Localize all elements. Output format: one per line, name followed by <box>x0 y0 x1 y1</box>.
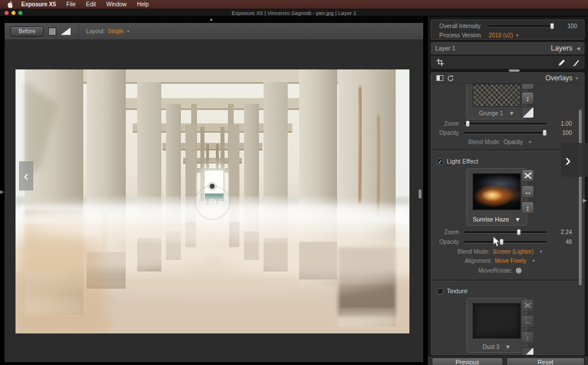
split-compare-icon[interactable] <box>436 75 443 81</box>
panel-section-grip[interactable] <box>509 69 520 72</box>
menu-item-window[interactable]: Window <box>106 1 127 7</box>
light-effect-flip-horizontal-button[interactable]: ↔ <box>521 185 534 198</box>
light-effect-zoom-slider[interactable] <box>464 231 547 233</box>
texture-flip-horizontal-button[interactable]: ↔ <box>521 315 534 328</box>
panel-divider-grip[interactable] <box>419 189 421 199</box>
reset-button[interactable]: Reset <box>506 358 585 365</box>
layers-header[interactable]: Layer 1 Layers ◀ <box>431 42 585 55</box>
apple-menu[interactable] <box>0 1 21 8</box>
grunge-blend-label: Blend Mode: <box>469 139 501 145</box>
menu-item-help[interactable]: Help <box>137 1 149 7</box>
move-rotate-icon[interactable]: ⊗ <box>515 267 522 274</box>
light-effect-title: Light Effect <box>447 158 478 165</box>
title-bar: Exposure X5 | Vincenzo Sagnotti - pier.j… <box>0 9 588 17</box>
layout-label: Layout: <box>86 28 105 34</box>
light-effect-zoom-knob[interactable] <box>517 229 521 235</box>
shuffle-icon <box>524 302 532 309</box>
viewer-canvas <box>5 40 423 362</box>
light-effect-alignment-label: Alignment: <box>465 258 492 264</box>
previous-button[interactable]: Previous <box>432 358 503 365</box>
before-button[interactable]: Before <box>10 26 44 37</box>
flip-horizontal-icon: ↔ <box>524 317 532 326</box>
collapse-up-icon[interactable]: ▲ <box>209 17 214 22</box>
light-effect-opacity-label: Opacity <box>431 239 459 245</box>
flip-horizontal-icon: ↔ <box>524 188 532 196</box>
texture-preset-picker[interactable]: Dust 3 ▼ <box>466 298 527 353</box>
light-effect-shuffle-button[interactable] <box>521 169 534 182</box>
flip-vertical-icon: ↕ <box>526 333 530 342</box>
previous-photo-button[interactable]: ‹ <box>19 161 33 191</box>
texture-flip-vertical-button[interactable]: ↕ <box>521 331 534 344</box>
light-effect-flip-vertical-button[interactable]: ↕ <box>521 201 534 214</box>
reset-section-icon[interactable] <box>447 75 454 82</box>
texture-thumbnail[interactable] <box>473 303 521 339</box>
light-effect-thumbnail[interactable] <box>473 173 521 210</box>
layout-dropdown[interactable]: Single <box>108 28 124 34</box>
light-effect-preset-picker[interactable]: Sunrise Haze ▼ <box>466 168 527 226</box>
menu-item-file[interactable]: File <box>67 1 76 7</box>
menu-item-app[interactable]: Exposure X5 <box>21 1 56 7</box>
app-window: Exposure X5 File Edit Window Help Exposu… <box>0 0 588 365</box>
pencil-tool-button[interactable] <box>558 59 566 67</box>
mouse-cursor <box>493 236 501 250</box>
right-edge-expand-handle[interactable]: ▶ <box>583 197 587 203</box>
overlays-title: Overlays <box>546 74 572 82</box>
light-effect-alignment-dropdown[interactable]: Move Freely <box>495 258 527 264</box>
layers-panel-title: Layers <box>551 44 572 52</box>
split-preview-icon[interactable] <box>60 27 71 36</box>
check-icon: ✓ <box>438 159 443 165</box>
grunge-mask-button[interactable] <box>521 107 534 118</box>
light-effect-opacity-value: 48 <box>552 239 572 245</box>
grunge-thumbnail[interactable] <box>473 84 521 107</box>
light-effect-move-rotate-label: Move/Rotate: <box>478 267 512 274</box>
chevron-down-icon: ▼ <box>532 259 536 263</box>
light-effect-blend-label: Blend Mode: <box>458 248 490 255</box>
grunge-blend-dropdown[interactable]: Opacity <box>504 139 523 145</box>
chevron-down-icon: ▼ <box>575 76 579 80</box>
chevron-right-icon: › <box>565 150 571 170</box>
texture-checkbox[interactable] <box>437 288 443 294</box>
grunge-zoom-value: 1.00 <box>552 121 572 127</box>
overall-intensity-knob[interactable] <box>550 23 554 29</box>
section-divider <box>431 279 584 281</box>
overall-intensity-value: 100 <box>562 23 577 29</box>
grunge-opacity-knob[interactable] <box>543 130 547 136</box>
light-effect-checkbox[interactable]: ✓ <box>437 158 443 165</box>
panel-scrollbar[interactable] <box>579 110 582 285</box>
grunge-preset-picker[interactable]: Grunge 1 ▼ <box>466 84 527 119</box>
shuffle-icon <box>524 172 532 179</box>
brush-tool-button[interactable] <box>571 59 579 67</box>
grunge-zoom-slider[interactable] <box>464 123 547 125</box>
flip-vertical-icon: ↕ <box>526 94 530 103</box>
grunge-flip-vertical-button[interactable]: ↕ <box>521 92 534 104</box>
process-version-dropdown[interactable]: 2018 (v2) <box>489 32 513 38</box>
chevron-down-icon: ▼ <box>515 33 519 37</box>
texture-shuffle-button[interactable] <box>521 299 534 312</box>
chevron-down-icon: ▼ <box>528 140 532 144</box>
crop-tool-button[interactable] <box>436 58 444 67</box>
panel-collapse-icon[interactable]: ◀ <box>577 46 580 51</box>
flip-vertical-icon: ↕ <box>526 204 530 212</box>
chevron-down-icon: ▼ <box>505 344 511 350</box>
photo-pier[interactable] <box>16 69 409 333</box>
grunge-preset-name[interactable]: Grunge 1 <box>479 110 503 117</box>
light-effect-center-handle[interactable] <box>209 199 216 206</box>
grunge-flip-horizontal-button[interactable] <box>521 84 534 90</box>
grunge-zoom-knob[interactable] <box>466 121 470 127</box>
texture-mask-button[interactable] <box>521 347 534 355</box>
texture-title: Texture <box>447 288 467 294</box>
menu-item-edit[interactable]: Edit <box>86 1 96 7</box>
light-effect-rotate-handle[interactable] <box>208 182 216 190</box>
next-photo-button[interactable]: › <box>561 143 588 177</box>
light-effect-zoom-label: Zoom <box>431 229 459 235</box>
background-color-swatch[interactable] <box>48 28 56 36</box>
light-effect-opacity-slider[interactable] <box>464 241 547 243</box>
viewer-toolbar: Before Layout: Single ▼ <box>5 23 423 40</box>
overlays-header[interactable]: Overlays ▼ <box>431 73 584 84</box>
texture-preset-name[interactable]: Dust 3 <box>483 344 500 350</box>
current-layer-label: Layer 1 <box>435 45 551 52</box>
left-panel-expand-handle[interactable]: ▶ <box>0 189 4 195</box>
grunge-opacity-slider[interactable] <box>464 132 547 134</box>
light-effect-preset-name[interactable]: Sunrise Haze <box>473 216 509 223</box>
overall-intensity-slider[interactable] <box>489 25 555 27</box>
